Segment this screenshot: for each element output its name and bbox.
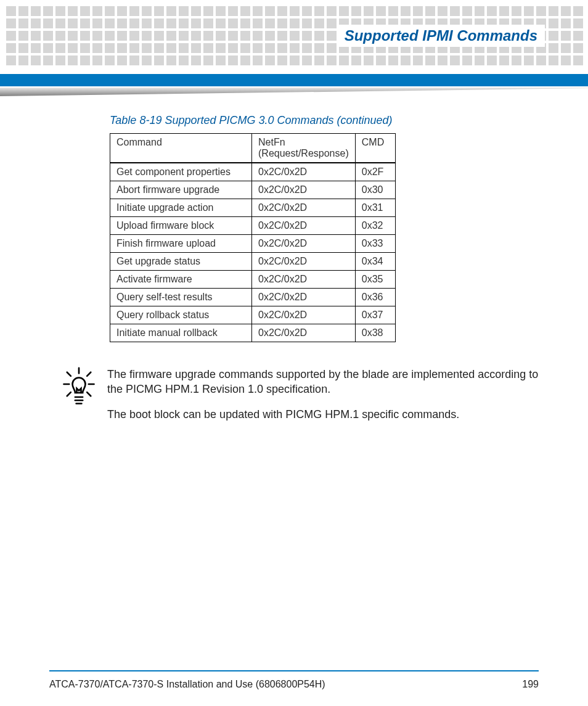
section-title: Supported IPMI Commands bbox=[337, 25, 545, 47]
page-content: Table 8-19 Supported PICMG 3.0 Commands … bbox=[62, 114, 539, 432]
table-cell-netfn: 0x2C/0x2D bbox=[252, 289, 356, 306]
col-header-command: Command bbox=[110, 134, 252, 163]
table-cell-command: Finish firmware upload bbox=[110, 235, 252, 253]
table-cell-netfn: 0x2C/0x2D bbox=[252, 324, 356, 342]
col-header-netfn: NetFn (Request/Response) bbox=[252, 134, 356, 163]
svg-line-5 bbox=[67, 392, 71, 396]
table-row: Initiate manual rollback0x2C/0x2D0x38 bbox=[110, 324, 396, 342]
table-cell-command: Initiate upgrade action bbox=[110, 199, 252, 217]
header-blue-bar bbox=[0, 74, 588, 86]
table-header-row: Command NetFn (Request/Response) CMD bbox=[110, 134, 396, 163]
table-row: Query rollback status0x2C/0x2D0x37 bbox=[110, 306, 396, 324]
header-silver-bar bbox=[0, 88, 588, 96]
table-cell-netfn: 0x2C/0x2D bbox=[252, 235, 356, 253]
table-cell-cmd: 0x38 bbox=[355, 324, 395, 342]
table-cell-netfn: 0x2C/0x2D bbox=[252, 181, 356, 199]
svg-line-1 bbox=[67, 372, 71, 376]
table-row: Initiate upgrade action0x2C/0x2D0x31 bbox=[110, 199, 396, 217]
table-cell-command: Query self-test results bbox=[110, 289, 252, 306]
footer-page-number: 199 bbox=[522, 679, 539, 690]
table-cell-command: Initiate manual rollback bbox=[110, 324, 252, 342]
svg-line-2 bbox=[87, 372, 91, 376]
note-paragraph-1: The firmware upgrade commands supported … bbox=[107, 367, 539, 397]
note-paragraph-2: The boot block can be updated with PICMG… bbox=[107, 407, 539, 422]
table-row: Upload firmware block0x2C/0x2D0x32 bbox=[110, 217, 396, 235]
note-block: The firmware upgrade commands supported … bbox=[62, 367, 539, 432]
table-cell-cmd: 0x33 bbox=[355, 235, 395, 253]
table-cell-cmd: 0x30 bbox=[355, 181, 395, 199]
svg-line-6 bbox=[87, 392, 91, 396]
table-cell-cmd: 0x36 bbox=[355, 289, 395, 306]
table-cell-cmd: 0x31 bbox=[355, 199, 395, 217]
table-cell-command: Abort firmware upgrade bbox=[110, 181, 252, 199]
table-cell-netfn: 0x2C/0x2D bbox=[252, 217, 356, 235]
table-cell-netfn: 0x2C/0x2D bbox=[252, 306, 356, 324]
footer-doc-title: ATCA-7370/ATCA-7370-S Installation and U… bbox=[49, 679, 325, 690]
table-row: Abort firmware upgrade0x2C/0x2D0x30 bbox=[110, 181, 396, 199]
table-cell-cmd: 0x37 bbox=[355, 306, 395, 324]
table-cell-cmd: 0x34 bbox=[355, 253, 395, 271]
table-cell-command: Get component properties bbox=[110, 163, 252, 181]
table-cell-cmd: 0x32 bbox=[355, 217, 395, 235]
table-cell-cmd: 0x2F bbox=[355, 163, 395, 181]
table-row: Get upgrade status0x2C/0x2D0x34 bbox=[110, 253, 396, 271]
table-cell-netfn: 0x2C/0x2D bbox=[252, 271, 356, 289]
footer-rule bbox=[49, 670, 539, 671]
commands-table: Command NetFn (Request/Response) CMD Get… bbox=[110, 133, 396, 342]
lightbulb-icon bbox=[62, 367, 96, 413]
table-cell-cmd: 0x35 bbox=[355, 271, 395, 289]
table-cell-netfn: 0x2C/0x2D bbox=[252, 163, 356, 181]
col-header-cmd: CMD bbox=[355, 134, 395, 163]
table-cell-command: Query rollback status bbox=[110, 306, 252, 324]
table-cell-command: Get upgrade status bbox=[110, 253, 252, 271]
table-cell-command: Upload firmware block bbox=[110, 217, 252, 235]
table-cell-command: Activate firmware bbox=[110, 271, 252, 289]
table-row: Query self-test results0x2C/0x2D0x36 bbox=[110, 289, 396, 306]
table-row: Get component properties0x2C/0x2D0x2F bbox=[110, 163, 396, 181]
table-cell-netfn: 0x2C/0x2D bbox=[252, 199, 356, 217]
table-cell-netfn: 0x2C/0x2D bbox=[252, 253, 356, 271]
note-text: The firmware upgrade commands supported … bbox=[107, 367, 539, 432]
footer: ATCA-7370/ATCA-7370-S Installation and U… bbox=[49, 679, 539, 690]
table-caption: Table 8-19 Supported PICMG 3.0 Commands … bbox=[110, 114, 539, 127]
table-row: Finish firmware upload0x2C/0x2D0x33 bbox=[110, 235, 396, 253]
table-row: Activate firmware0x2C/0x2D0x35 bbox=[110, 271, 396, 289]
